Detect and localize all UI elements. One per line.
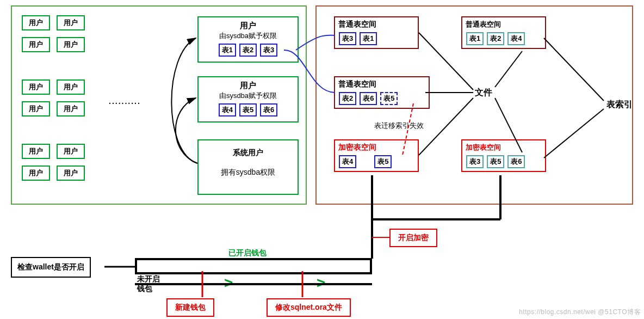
tablespace-normal-3: 普通表空间 表1 表2 表4 xyxy=(461,16,546,49)
user-cell: 用户 xyxy=(57,144,85,159)
tablespace-normal-1: 普通表空间 表3 表1 xyxy=(334,16,419,49)
modify-sqlnet-box: 修改sqlnet.ora文件 xyxy=(267,298,351,317)
user-block-sub: 由sysdba赋予权限 xyxy=(202,91,294,101)
new-wallet-box: 新建钱包 xyxy=(166,298,214,317)
table-cell: 表5 xyxy=(487,155,504,168)
new-wallet-label: 新建钱包 xyxy=(175,303,206,311)
table-cell: 表5 xyxy=(239,103,257,116)
svg-rect-17 xyxy=(135,283,372,285)
not-opened-label: 未开启 xyxy=(137,274,160,284)
table-cell: 表1 xyxy=(360,32,377,45)
user-cell: 用户 xyxy=(57,15,85,30)
chevron-icon: > xyxy=(224,274,233,292)
sys-line1: 系统用户 xyxy=(202,148,294,158)
user-block-sub: 由sysdba赋予权限 xyxy=(202,31,294,41)
table-cell: 表3 xyxy=(260,44,277,57)
table-cell-dashed: 表5 xyxy=(380,92,398,105)
table-cell: 表2 xyxy=(487,32,504,45)
user-cell: 用户 xyxy=(22,144,50,159)
enable-encryption-box: 开启加密 xyxy=(389,229,437,247)
table-cell: 表3 xyxy=(339,32,356,45)
dots: ·········· xyxy=(109,99,141,108)
ts-enc-title: 加密表空间 xyxy=(338,143,414,152)
table-cell: 表2 xyxy=(339,92,356,105)
opened-wallet-label: 已开启钱包 xyxy=(228,248,267,258)
table-cell: 表1 xyxy=(219,44,236,57)
table-cell: 表1 xyxy=(466,32,484,45)
ts-enc-title: 加密表空间 xyxy=(466,143,542,152)
ts-title: 普通表空间 xyxy=(466,20,542,29)
table-cell: 表6 xyxy=(260,103,277,116)
modify-sqlnet-label: 修改sqlnet.ora文件 xyxy=(275,303,342,311)
wallet-word-label: 钱包 xyxy=(137,284,152,294)
check-wallet-box: 检查wallet是否开启 xyxy=(11,257,91,278)
enable-encryption-label: 开启加密 xyxy=(398,233,429,242)
system-user-block: 系统用户 拥有sysdba权限 xyxy=(197,139,299,195)
svg-rect-13 xyxy=(135,258,137,274)
user-block-title: 用户 xyxy=(202,81,294,91)
svg-rect-12 xyxy=(135,258,372,260)
user-cell: 用户 xyxy=(22,37,50,52)
svg-rect-16 xyxy=(135,272,372,274)
table-cell: 表4 xyxy=(507,32,525,45)
user-cell: 用户 xyxy=(22,101,50,116)
user-cell: 用户 xyxy=(57,101,85,116)
table-cell: 表2 xyxy=(239,44,257,57)
sys-line2: 拥有sysdba权限 xyxy=(202,168,294,177)
ts-title: 普通表空间 xyxy=(338,20,414,29)
tablespace-normal-2: 普通表空间 表2 表6 表5 xyxy=(334,76,430,109)
user-cell: 用户 xyxy=(57,165,85,181)
table-cell: 表4 xyxy=(339,155,356,168)
table-cell: 表6 xyxy=(360,92,377,105)
watermark: https://blog.csdn.net/wei @51CTO博客 xyxy=(519,308,641,317)
tablespace-encrypted-1: 加密表空间 表4 表5 xyxy=(334,139,419,172)
table-cell: 表6 xyxy=(507,155,525,168)
user-cell: 用户 xyxy=(22,165,50,181)
user-block-1: 用户 由sysdba赋予权限 表1 表2 表3 xyxy=(197,16,299,63)
check-wallet-label: 检查wallet是否开启 xyxy=(17,262,84,271)
tablespace-encrypted-2: 加密表空间 表3 表5 表6 xyxy=(461,139,546,172)
user-cell: 用户 xyxy=(57,37,85,52)
ts-title: 普通表空间 xyxy=(338,79,425,89)
table-cell: 表3 xyxy=(466,155,484,168)
chevron-icon: > xyxy=(317,274,325,292)
table-cell: 表5 xyxy=(374,155,392,168)
table-cell: 表4 xyxy=(219,103,236,116)
user-block-2: 用户 由sysdba赋予权限 表4 表5 表6 xyxy=(197,76,299,122)
table-index-label: 表索引 xyxy=(606,99,633,111)
user-cell: 用户 xyxy=(22,15,50,30)
user-block-title: 用户 xyxy=(202,21,294,31)
svg-rect-14 xyxy=(370,258,372,274)
user-cell: 用户 xyxy=(57,79,85,95)
user-cell: 用户 xyxy=(22,79,50,95)
file-label: 文件 xyxy=(475,87,492,99)
migration-note: 表迁移索引失效 xyxy=(374,121,424,131)
